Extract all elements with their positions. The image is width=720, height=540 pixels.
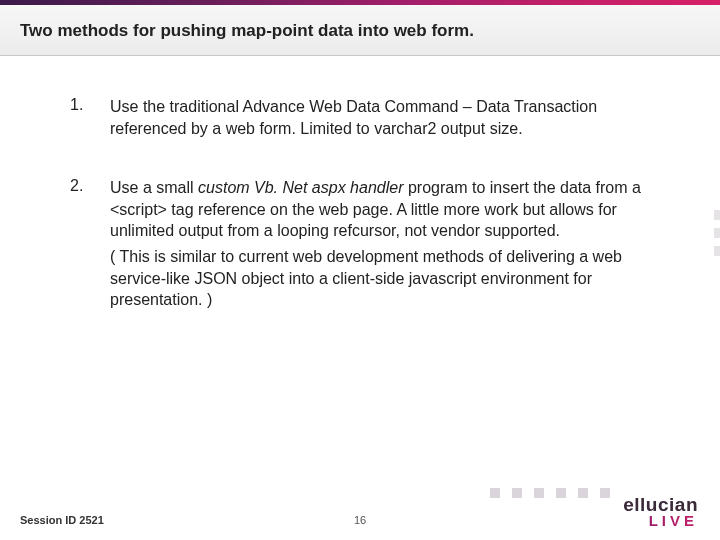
item-paragraph: Use the traditional Advance Web Data Com… <box>110 96 660 139</box>
session-id: Session ID 2521 <box>20 514 104 526</box>
list-item: 2. Use a small custom Vb. Net aspx handl… <box>70 177 660 315</box>
page-number: 16 <box>354 514 366 526</box>
item-paragraph: Use a small custom Vb. Net aspx handler … <box>110 177 660 242</box>
decorative-edge-dots <box>714 210 720 264</box>
item-body: Use the traditional Advance Web Data Com… <box>110 96 660 143</box>
title-bar: Two methods for pushing map-point data i… <box>0 5 720 56</box>
list-item: 1. Use the traditional Advance Web Data … <box>70 96 660 143</box>
item-paragraph: ( This is similar to current web develop… <box>110 246 660 311</box>
content-area: 1. Use the traditional Advance Web Data … <box>0 56 720 315</box>
item-body: Use a small custom Vb. Net aspx handler … <box>110 177 660 315</box>
logo-live-text: LIVE <box>623 513 698 528</box>
item-number: 2. <box>70 177 110 315</box>
ellucian-live-logo: ellucian LIVE <box>623 495 698 528</box>
slide-title: Two methods for pushing map-point data i… <box>20 21 700 41</box>
footer: Session ID 2521 16 ellucian LIVE <box>0 490 720 526</box>
item-number: 1. <box>70 96 110 143</box>
